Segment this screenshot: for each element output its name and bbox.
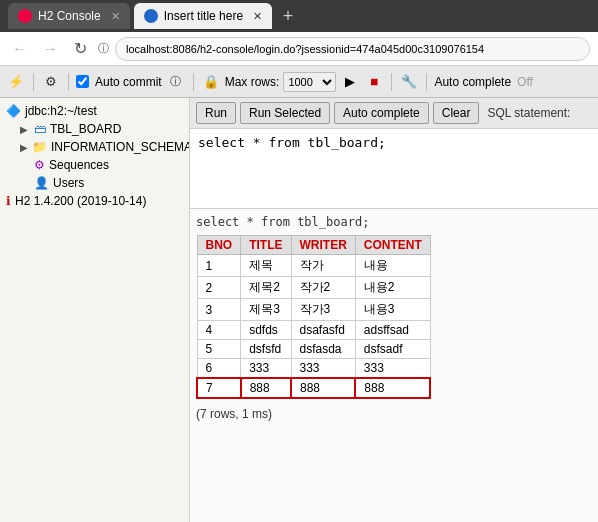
results-area: select * from tbl_board; BNO TITLE WRITE… [190, 209, 598, 522]
results-footer: (7 rows, 1 ms) [196, 405, 592, 423]
tab-insert-title[interactable]: Insert title here ✕ [134, 3, 272, 29]
db-icon: 🔷 [6, 104, 21, 118]
auto-complete-label: Auto complete [434, 75, 511, 89]
col-bno: BNO [197, 236, 241, 255]
sql-statement-label: SQL statement: [487, 106, 570, 120]
run-button[interactable]: Run [196, 102, 236, 124]
forward-button[interactable]: → [38, 40, 62, 58]
table-row: 3제목3작가3내용3 [197, 299, 430, 321]
auto-complete-state: Off [517, 75, 533, 89]
transaction-icon[interactable]: 🔒 [201, 72, 221, 92]
sep1 [33, 73, 34, 91]
tab-h2-label: H2 Console [38, 9, 101, 23]
col-content: CONTENT [355, 236, 430, 255]
main-toolbar: ⚡ ⚙ Auto commit ⓘ 🔒 Max rows: 1000 100 1… [0, 66, 598, 98]
table-row: 1제목작가내용 [197, 255, 430, 277]
cell-content-1: 내용2 [355, 277, 430, 299]
tools-icon[interactable]: 🔧 [399, 72, 419, 92]
sidebar-h2-version-label: H2 1.4.200 (2019-10-14) [15, 194, 146, 208]
reload-button[interactable]: ↻ [68, 39, 92, 58]
cell-title-6: 888 [241, 378, 291, 398]
cell-bno-0: 1 [197, 255, 241, 277]
commit-info-icon[interactable]: ⓘ [166, 72, 186, 92]
table-row: 7888888888 [197, 378, 430, 398]
sql-toolbar: Run Run Selected Auto complete Clear SQL… [190, 98, 598, 129]
sidebar-item-sequences[interactable]: ⚙ Sequences [0, 156, 189, 174]
cell-title-1: 제목2 [241, 277, 291, 299]
user-icon: 👤 [34, 176, 49, 190]
cell-content-6: 888 [355, 378, 430, 398]
connection-label: jdbc:h2:~/test [25, 104, 97, 118]
sep2 [68, 73, 69, 91]
cell-title-2: 제목3 [241, 299, 291, 321]
cell-bno-3: 4 [197, 321, 241, 340]
main-area: 🔷 jdbc:h2:~/test ▶ 🗃 TBL_BOARD ▶ 📁 INFOR… [0, 98, 598, 522]
auto-commit-checkbox[interactable] [76, 75, 89, 88]
max-rows-select[interactable]: 1000 100 10000 [283, 72, 336, 92]
tab-h2-icon [18, 9, 32, 23]
cell-title-0: 제목 [241, 255, 291, 277]
results-query: select * from tbl_board; [196, 213, 592, 231]
clear-button[interactable]: Clear [433, 102, 480, 124]
tab-insert-close[interactable]: ✕ [253, 10, 262, 23]
content-area: Run Run Selected Auto complete Clear SQL… [190, 98, 598, 522]
sep3 [193, 73, 194, 91]
cell-writer-4: dsfasda [291, 340, 355, 359]
tab-insert-label: Insert title here [164, 9, 243, 23]
back-button[interactable]: ← [8, 40, 32, 58]
sidebar-item-h2-version: ℹ H2 1.4.200 (2019-10-14) [0, 192, 189, 210]
run-selected-button[interactable]: Run Selected [240, 102, 330, 124]
sep5 [426, 73, 427, 91]
expand-icon2: ▶ [20, 142, 28, 153]
cell-content-2: 내용3 [355, 299, 430, 321]
cell-content-3: adsffsad [355, 321, 430, 340]
sql-editor[interactable]: select * from tbl_board; [190, 129, 598, 209]
table-row: 6333333333 [197, 359, 430, 379]
h2-icon: ℹ [6, 194, 11, 208]
run-icon-button[interactable]: ▶ [340, 72, 360, 92]
cell-title-5: 333 [241, 359, 291, 379]
sidebar-item-info-schema[interactable]: ▶ 📁 INFORMATION_SCHEMA [0, 138, 189, 156]
cell-content-4: dsfsadf [355, 340, 430, 359]
cell-bno-5: 6 [197, 359, 241, 379]
cell-bno-6: 7 [197, 378, 241, 398]
sidebar-users-label: Users [53, 176, 84, 190]
table-icon: 🗃 [34, 122, 46, 136]
cell-content-0: 내용 [355, 255, 430, 277]
cell-writer-6: 888 [291, 378, 355, 398]
col-title: TITLE [241, 236, 291, 255]
cell-content-5: 333 [355, 359, 430, 379]
address-input[interactable] [115, 37, 590, 61]
cell-title-4: dsfsfd [241, 340, 291, 359]
cell-bno-1: 2 [197, 277, 241, 299]
sidebar-item-tbl-board[interactable]: ▶ 🗃 TBL_BOARD [0, 120, 189, 138]
sidebar-connection[interactable]: 🔷 jdbc:h2:~/test [0, 102, 189, 120]
sidebar-sequences-label: Sequences [49, 158, 109, 172]
table-row: 4sdfdsdsafasfdadsffsad [197, 321, 430, 340]
secure-icon: ⓘ [98, 41, 109, 56]
cell-bno-4: 5 [197, 340, 241, 359]
sidebar-info-schema-label: INFORMATION_SCHEMA [51, 140, 190, 154]
expand-icon: ▶ [20, 124, 30, 135]
disconnect-icon[interactable]: ⚡ [6, 72, 26, 92]
max-rows-label: Max rows: [225, 75, 280, 89]
cell-writer-0: 작가 [291, 255, 355, 277]
table-header-row: BNO TITLE WRITER CONTENT [197, 236, 430, 255]
auto-commit-label: Auto commit [95, 75, 162, 89]
sidebar-item-users[interactable]: 👤 Users [0, 174, 189, 192]
stop-icon-button[interactable]: ■ [364, 72, 384, 92]
col-writer: WRITER [291, 236, 355, 255]
tab-h2-close[interactable]: ✕ [111, 10, 120, 23]
title-bar: H2 Console ✕ Insert title here ✕ + [0, 0, 598, 32]
new-tab-button[interactable]: + [276, 4, 300, 28]
tab-h2-console[interactable]: H2 Console ✕ [8, 3, 130, 29]
cell-title-3: sdfds [241, 321, 291, 340]
sidebar-tbl-board-label: TBL_BOARD [50, 122, 121, 136]
sidebar: 🔷 jdbc:h2:~/test ▶ 🗃 TBL_BOARD ▶ 📁 INFOR… [0, 98, 190, 522]
tab-insert-icon [144, 9, 158, 23]
address-bar: ← → ↻ ⓘ [0, 32, 598, 66]
preferences-icon[interactable]: ⚙ [41, 72, 61, 92]
table-row: 5dsfsfddsfasdadsfsadf [197, 340, 430, 359]
auto-complete-button[interactable]: Auto complete [334, 102, 429, 124]
cell-writer-1: 작가2 [291, 277, 355, 299]
